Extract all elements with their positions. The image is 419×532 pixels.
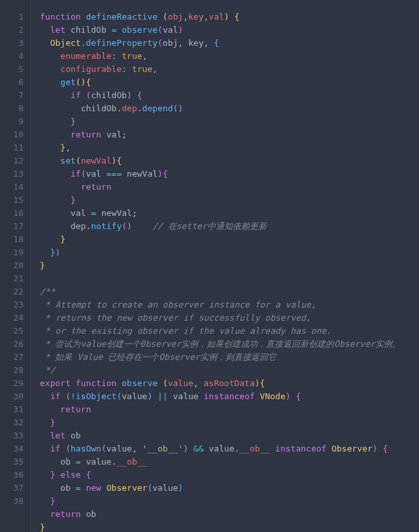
line-number: 16	[0, 207, 24, 220]
code-line: }	[40, 495, 419, 508]
line-number: 35	[0, 455, 24, 469]
code-line: ob = new Observer(value)	[40, 482, 419, 495]
line-number: 24	[0, 311, 24, 325]
line-number: 36	[0, 469, 24, 482]
line-number: 29	[0, 377, 24, 390]
line-number: 9	[0, 115, 24, 128]
line-number: 10	[0, 128, 24, 141]
line-number: 32	[0, 416, 24, 429]
line-number: 7	[0, 89, 24, 102]
code-line: export function observe (value, asRootDa…	[40, 377, 419, 390]
code-line: val = newVal;	[40, 207, 419, 220]
code-editor: 1234567891011121314151617181920212223242…	[0, 0, 419, 532]
line-number: 21	[0, 272, 24, 285]
line-number: 38	[0, 495, 24, 508]
line-number: 20	[0, 259, 24, 272]
line-number: 26	[0, 338, 24, 351]
code-line: }	[40, 521, 419, 532]
line-number: 23	[0, 298, 24, 311]
code-line: }	[40, 416, 419, 429]
code-line: let childOb = observe(val)	[40, 24, 419, 37]
code-line: if (!isObject(value) || value instanceof…	[40, 390, 419, 403]
code-line: dep.notify() // 在setter中通知依赖更新	[40, 220, 419, 233]
line-number: 33	[0, 429, 24, 442]
code-line: return ob	[40, 508, 419, 521]
code-line: } else {	[40, 469, 419, 482]
code-line: return	[40, 181, 419, 194]
code-line: }	[40, 259, 419, 272]
line-number: 6	[0, 76, 24, 89]
code-line: * 如果 Value 已经存在一个Observer实例，则直接返回它	[40, 351, 419, 364]
code-line: return val;	[40, 128, 419, 141]
code-line: Object.defineProperty(obj, key, {	[40, 37, 419, 50]
line-number: 34	[0, 442, 24, 455]
code-line: return	[40, 403, 419, 416]
line-number: 11	[0, 141, 24, 154]
line-number: 14	[0, 181, 24, 194]
code-line: * or the existing observer if the value …	[40, 325, 419, 338]
code-line: ob = value.__ob__	[40, 455, 419, 469]
line-number: 28	[0, 364, 24, 377]
code-line: set(newVal){	[40, 154, 419, 168]
code-line: function defineReactive (obj,key,val) {	[40, 10, 419, 24]
line-number: 25	[0, 325, 24, 338]
line-number: 17	[0, 220, 24, 233]
code-line: }	[40, 194, 419, 207]
code-line	[40, 272, 419, 285]
line-number: 3	[0, 37, 24, 50]
line-number: 27	[0, 351, 24, 364]
line-number: 1	[0, 10, 24, 24]
line-number: 5	[0, 63, 24, 76]
code-line: }	[40, 115, 419, 128]
code-line: if (hasOwn(value, '__ob__') && value.__o…	[40, 442, 419, 455]
code-line: childOb.dep.depend()	[40, 102, 419, 115]
line-number: 30	[0, 390, 24, 403]
line-number: 2	[0, 24, 24, 37]
code-line: let ob	[40, 429, 419, 442]
line-number: 22	[0, 285, 24, 298]
code-line: /**	[40, 285, 419, 298]
code-line: }	[40, 233, 419, 246]
code-line: get(){	[40, 76, 419, 89]
code-line: configurable: true,	[40, 63, 419, 76]
code-line: * Attempt to create an observer instance…	[40, 298, 419, 311]
code-line: * 尝试为value创建一个0bserver实例，如果创建成功，直接返回新创建的…	[40, 338, 419, 351]
line-number-gutter: 1234567891011121314151617181920212223242…	[0, 0, 31, 532]
line-number: 13	[0, 168, 24, 181]
line-number: 37	[0, 482, 24, 495]
line-number: 19	[0, 246, 24, 259]
code-line: enumerable: true,	[40, 50, 419, 63]
code-line: })	[40, 246, 419, 259]
code-area[interactable]: function defineReactive (obj,key,val) { …	[31, 0, 419, 532]
code-line: if (childOb) {	[40, 89, 419, 102]
line-number: 8	[0, 102, 24, 115]
line-number: 4	[0, 50, 24, 63]
line-number: 18	[0, 233, 24, 246]
line-number: 15	[0, 194, 24, 207]
code-line: if(val === newVal){	[40, 168, 419, 181]
code-line: * returns the new observer if successful…	[40, 311, 419, 325]
code-line: */	[40, 364, 419, 377]
line-number: 12	[0, 154, 24, 168]
line-number: 31	[0, 403, 24, 416]
code-line: },	[40, 141, 419, 154]
